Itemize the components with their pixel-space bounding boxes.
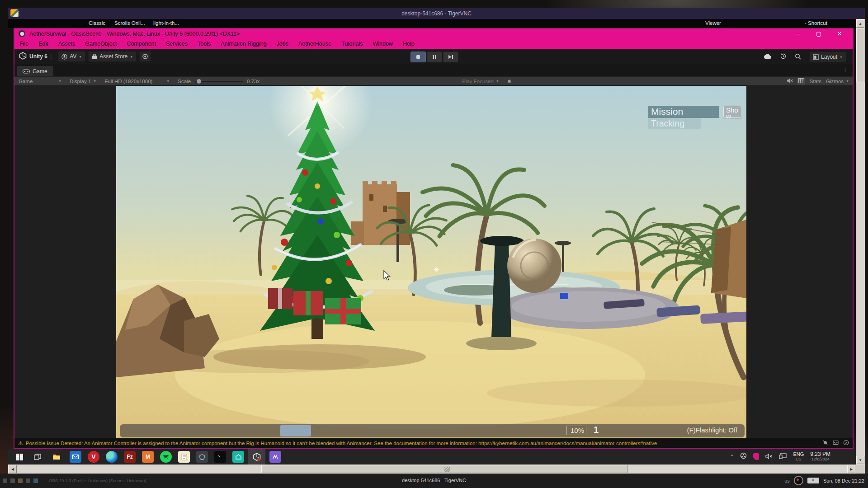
tray-chevron-icon[interactable]: ⌃ (730, 454, 734, 460)
unity-titlebar[interactable]: AetherSurvival - OasisScene - Windows, M… (14, 29, 853, 38)
obs-tray-icon[interactable] (740, 452, 747, 461)
account-dropdown[interactable]: AV ▼ (58, 51, 85, 62)
filezilla-icon[interactable]: Fz (124, 451, 136, 463)
statusbar-warning-text[interactable]: Possible Issue Detected: An Animator Con… (26, 441, 657, 446)
network-icon[interactable] (779, 453, 787, 461)
frame-debugger-icon[interactable] (797, 78, 805, 84)
vivaldi-icon[interactable]: V (88, 451, 99, 463)
desktop-label-scrolls[interactable]: Scrolls Onli... (114, 20, 145, 26)
menu-edit[interactable]: Edit (33, 38, 53, 49)
unity-version-label: Unity 6 (29, 53, 47, 60)
console-icon[interactable] (833, 440, 839, 446)
hacknplan-icon[interactable]: M (142, 451, 154, 463)
stats-toggle[interactable]: Stats (810, 79, 821, 84)
scroll-right-icon[interactable]: ▶ (847, 465, 855, 473)
mute-notifications-icon[interactable] (822, 440, 828, 446)
check-circle-icon[interactable] (843, 440, 849, 446)
muse-icon[interactable] (269, 451, 281, 463)
unity-statusbar[interactable]: ⚠ Possible Issue Detected: An Animator C… (14, 438, 853, 448)
vnc-vertical-scrollbar[interactable]: ▲ ▼ (856, 19, 865, 465)
desktop-label-classic[interactable]: Classic (89, 20, 105, 26)
tab-options-icon[interactable]: ⋮ (842, 66, 848, 73)
menu-tools[interactable]: Tools (193, 38, 216, 49)
flare-icon[interactable]: ✸ (503, 77, 516, 85)
file-explorer-icon[interactable] (51, 451, 62, 463)
clock-indicator[interactable]: 9:23 PM 12/8/2024 (810, 452, 830, 462)
play-button[interactable] (410, 52, 426, 62)
menu-animation-rigging[interactable]: Animation Rigging (216, 38, 271, 49)
desktop-label-shortcut[interactable]: - Shortcut (805, 20, 827, 26)
vnc-title: desktop-541c686 - TigerVNC (401, 10, 472, 17)
windows-start-icon[interactable] (14, 451, 25, 463)
volume-muted-icon[interactable] (765, 453, 773, 461)
maximize-button[interactable]: ▢ (811, 29, 826, 38)
step-button[interactable] (443, 52, 458, 62)
task-view-icon[interactable] (32, 451, 43, 463)
resolution-dropdown[interactable]: Full HD (868x488)▼ (100, 77, 174, 85)
desktop-label-viewer[interactable]: Viewer (705, 20, 721, 26)
vscroll-thumb[interactable] (856, 28, 864, 82)
language-indicator[interactable]: ENG US (793, 452, 804, 462)
menu-tutorials[interactable]: Tutorials (336, 38, 368, 49)
game-viewport[interactable]: Mission Tracking Show ✳ 10% 1 (F)Flashli… (116, 86, 746, 438)
game-scene (116, 86, 746, 438)
obs-logo-icon[interactable] (794, 476, 803, 485)
scale-slider[interactable] (195, 81, 243, 82)
close-button[interactable]: ✕ (832, 29, 847, 38)
gizmos-dropdown[interactable]: Gizmos▼ (826, 79, 849, 84)
cloud-icon[interactable] (764, 53, 772, 61)
menu-gameobject[interactable]: GameObject (80, 38, 122, 49)
edge-icon[interactable] (106, 451, 118, 463)
asset-store-dropdown[interactable]: Asset Store ▼ (88, 51, 137, 62)
menu-services[interactable]: Services (161, 38, 193, 49)
tab-game[interactable]: Game (17, 66, 53, 76)
recorder-tray-icon[interactable] (753, 453, 759, 460)
scroll-left-icon[interactable]: ◀ (9, 465, 17, 473)
version-control-button[interactable] (139, 51, 151, 62)
mail-icon[interactable] (70, 451, 81, 463)
flashlight-status: (F)Flashlight: Off (687, 426, 737, 434)
spotify-icon[interactable] (160, 451, 172, 463)
chevron-down-icon: ▼ (130, 55, 133, 58)
host-window-title[interactable]: desktop-541c686 - TigerVNC (0, 478, 868, 483)
unity-menubar: File Edit Assets GameObject Component Se… (14, 38, 853, 49)
security-vault-icon[interactable] (196, 451, 208, 463)
mission-title-line2: Tracking (648, 118, 701, 129)
menu-window[interactable]: Window (368, 38, 397, 49)
scale-label: Scale (174, 77, 195, 85)
game-mode-dropdown[interactable]: Game▼ (14, 77, 66, 85)
pause-icon (432, 55, 437, 59)
pause-button[interactable] (427, 52, 442, 62)
notes-icon[interactable] (178, 451, 190, 463)
hscroll-thumb[interactable] (261, 465, 627, 473)
layout-dropdown[interactable]: Layout ▼ (809, 52, 846, 62)
search-icon[interactable] (795, 53, 801, 61)
durability-percent: 10% (566, 426, 586, 435)
menu-jobs[interactable]: Jobs (272, 38, 293, 49)
display-dropdown[interactable]: Display 1▼ (66, 77, 100, 85)
mute-audio-icon[interactable] (787, 78, 793, 84)
scroll-down-icon[interactable]: ▼ (856, 456, 864, 464)
menu-component[interactable]: Component (122, 38, 161, 49)
scroll-up-icon[interactable]: ▲ (856, 19, 864, 28)
menu-file[interactable]: File (14, 38, 33, 49)
terminal-icon[interactable]: >_ (214, 451, 226, 463)
unity-editor-icon[interactable] (251, 451, 263, 463)
mission-show-button[interactable]: Show (723, 106, 741, 118)
history-icon[interactable] (780, 53, 787, 61)
menu-help[interactable]: Help (398, 38, 420, 49)
unity-hub-icon[interactable] (232, 451, 244, 463)
host-clock[interactable]: Sun, 08 Dec 21:22 (823, 478, 864, 483)
game-view-area: Mission Tracking Show ✳ 10% 1 (F)Flashli… (14, 86, 853, 438)
vnc-titlebar[interactable]: desktop-541c686 - TigerVNC (8, 8, 865, 19)
scale-slider-knob[interactable] (197, 79, 201, 84)
menu-assets[interactable]: Assets (53, 38, 80, 49)
play-focused-dropdown[interactable]: Play Focused▼ (458, 77, 503, 85)
menu-aetherhouse[interactable]: AetherHouse (293, 38, 336, 49)
screen: desktop-541c686 - TigerVNC Classic Scrol… (0, 0, 868, 488)
keyboard-layout-label[interactable]: us (784, 478, 790, 483)
minimize-button[interactable]: – (790, 29, 806, 38)
vnc-horizontal-scrollbar[interactable]: ◀ ▶ (8, 465, 856, 474)
layout-badge[interactable]: ≡ (807, 478, 819, 483)
desktop-label-light[interactable]: light-in-th... (153, 20, 179, 26)
